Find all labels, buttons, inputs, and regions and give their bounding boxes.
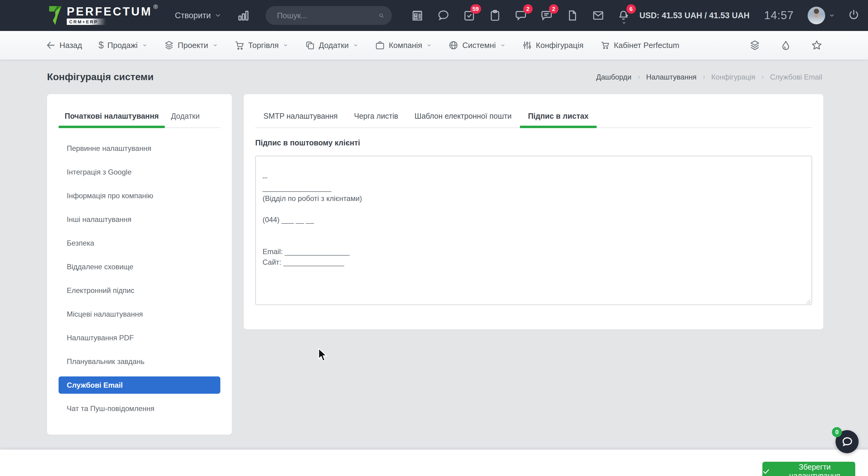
topbar: PERFECTUM ® CRM+ERP Створити bbox=[0, 0, 868, 31]
logout-icon[interactable] bbox=[848, 9, 860, 22]
sidebar-item-remote-storage[interactable]: Віддалене сховище bbox=[59, 255, 220, 279]
avatar[interactable] bbox=[808, 7, 825, 24]
support-chat-button[interactable]: 0 bbox=[836, 430, 859, 453]
search-icon[interactable] bbox=[379, 10, 384, 21]
sidebar-item-other-settings[interactable]: Інші налаштування bbox=[59, 208, 220, 231]
save-settings-button[interactable]: Зберегти налаштування bbox=[763, 462, 855, 476]
nav-item-addons[interactable]: Додатки bbox=[305, 40, 359, 50]
sidebar-item-digital-signature[interactable]: Електронний підпис bbox=[59, 279, 220, 302]
breadcrumb-item[interactable]: Дашборди bbox=[596, 72, 631, 81]
star-icon[interactable] bbox=[811, 39, 823, 51]
globe-icon bbox=[448, 40, 459, 50]
cart-icon bbox=[600, 40, 610, 50]
nav-item-projects[interactable]: Проекти bbox=[164, 40, 218, 50]
sidebar-item-security[interactable]: Безпека bbox=[59, 231, 220, 255]
search-input[interactable] bbox=[277, 11, 379, 20]
save-settings-label: Зберегти налаштування bbox=[774, 463, 855, 476]
breadcrumb-item: Службові Email bbox=[770, 72, 822, 81]
brand-logo[interactable]: PERFECTUM ® CRM+ERP bbox=[49, 5, 158, 26]
bar-chart-icon[interactable] bbox=[237, 8, 250, 23]
notifications-badge: 6 bbox=[626, 4, 636, 14]
sliders-icon bbox=[522, 40, 532, 50]
nav-item-cabinet[interactable]: Кабінет Perfectum bbox=[600, 40, 680, 50]
nav-label: Проекти bbox=[178, 41, 208, 50]
breadcrumb-item[interactable]: Конфігурація bbox=[711, 72, 755, 81]
news-icon[interactable] bbox=[411, 8, 425, 23]
sidebar-item-chat-push[interactable]: Чат та Пуш-повідомлення bbox=[59, 397, 220, 420]
chevron-down-icon bbox=[353, 41, 359, 50]
page-title: Конфігурація системи bbox=[47, 71, 154, 83]
tasks-icon[interactable]: 59 bbox=[462, 8, 476, 23]
check-icon bbox=[763, 468, 770, 475]
signature-section: Підпис в поштовому клієнті -- __________… bbox=[244, 128, 824, 305]
page-header: Конфігурація системи Дашборди › Налаштув… bbox=[0, 59, 868, 94]
feedback-badge: 2 bbox=[549, 4, 558, 14]
clipboard-icon[interactable] bbox=[488, 8, 502, 23]
create-label: Створити bbox=[175, 11, 211, 20]
module-navbar: Назад $ Продажі Проекти Торгівля Дод bbox=[0, 31, 868, 59]
nav-item-trade[interactable]: Торгівля bbox=[234, 40, 289, 50]
topbar-icon-row: 59 2 2 bbox=[411, 8, 631, 23]
tab-signature[interactable]: Підпис в листах bbox=[520, 112, 597, 127]
mail-icon[interactable] bbox=[591, 8, 605, 23]
tab-smtp-settings[interactable]: SMTP налаштування bbox=[255, 112, 346, 127]
tab-mail-queue[interactable]: Черга листів bbox=[346, 112, 406, 127]
flame-icon[interactable] bbox=[780, 39, 792, 51]
tasks-badge: 59 bbox=[470, 4, 481, 14]
breadcrumb-separator: › bbox=[703, 72, 705, 82]
sidebar-item-service-email[interactable]: Службові Email bbox=[59, 377, 220, 394]
breadcrumb-separator: › bbox=[762, 72, 764, 82]
mouse-cursor bbox=[316, 348, 329, 363]
signature-section-title: Підпис в поштовому клієнті bbox=[255, 139, 812, 147]
chevron-down-icon bbox=[142, 41, 148, 50]
save-bar: Зберегти налаштування bbox=[0, 450, 868, 476]
settings-sidebar: Початкові налаштування Додатки Первинне … bbox=[47, 94, 232, 435]
sidebar-item-pdf-settings[interactable]: Налаштування PDF bbox=[59, 326, 220, 350]
signature-textarea[interactable]: -- _________________ (Відділ по роботі з… bbox=[255, 156, 812, 305]
copy-icon bbox=[305, 40, 315, 50]
sidebar-item-local-settings[interactable]: Місцеві налаштування bbox=[59, 302, 220, 326]
nav-label: Кабінет Perfectum bbox=[614, 41, 680, 50]
nav-item-system[interactable]: Системні bbox=[448, 40, 505, 50]
currency-rate[interactable]: USD: 41.53 UAH / 41.53 UAH bbox=[640, 11, 750, 20]
chat-bubble-icon[interactable] bbox=[436, 8, 451, 23]
breadcrumb-separator: › bbox=[637, 72, 640, 82]
tab-email-template[interactable]: Шаблон електронної пошти bbox=[406, 112, 520, 127]
layers-icon[interactable] bbox=[749, 39, 761, 51]
comment-icon[interactable]: 2 bbox=[514, 8, 528, 23]
tab-addons[interactable]: Додатки bbox=[165, 112, 206, 127]
nav-item-configuration[interactable]: Конфігурація bbox=[522, 40, 584, 50]
sidebar-item-google-integration[interactable]: Інтеграція з Google bbox=[59, 160, 220, 184]
user-menu[interactable] bbox=[808, 7, 835, 24]
chevron-down-icon bbox=[426, 41, 432, 50]
nav-item-company[interactable]: Компанія bbox=[375, 40, 432, 50]
briefcase-icon bbox=[375, 40, 385, 50]
nav-label: Торгівля bbox=[248, 41, 279, 50]
rates-notification-icon[interactable]: 6 bbox=[617, 8, 631, 23]
breadcrumb-item[interactable]: Налаштування bbox=[646, 72, 696, 81]
registered-mark: ® bbox=[153, 4, 158, 10]
brand-name: PERFECTUM bbox=[67, 5, 152, 18]
chevron-down-icon bbox=[622, 20, 626, 26]
brand-tagline: CRM+ERP bbox=[67, 19, 106, 25]
create-button[interactable]: Створити bbox=[175, 11, 221, 20]
chevron-down-icon bbox=[829, 12, 835, 19]
document-icon[interactable] bbox=[565, 8, 579, 23]
sidebar-item-task-scheduler[interactable]: Планувальник завдань bbox=[59, 350, 220, 374]
back-button[interactable]: Назад bbox=[45, 40, 82, 50]
chat-bubble-icon bbox=[840, 435, 854, 448]
feedback-icon[interactable]: 2 bbox=[539, 8, 554, 23]
sidebar-item-initial-setup[interactable]: Первинне налаштування bbox=[59, 137, 220, 160]
clock: 14:57 bbox=[764, 9, 794, 22]
sidebar-item-company-info[interactable]: Інформація про компанію bbox=[59, 184, 220, 208]
tab-initial-settings[interactable]: Початкові налаштування bbox=[59, 112, 165, 127]
nav-label: Додатки bbox=[319, 41, 349, 50]
global-search bbox=[266, 6, 392, 25]
email-settings-tabs: SMTP налаштування Черга листів Шаблон ел… bbox=[255, 94, 812, 128]
dollar-icon: $ bbox=[99, 41, 104, 50]
chat-unread-badge: 0 bbox=[832, 427, 842, 437]
nav-item-sales[interactable]: $ Продажі bbox=[99, 41, 148, 50]
layers-icon bbox=[164, 40, 174, 50]
breadcrumb: Дашборди › Налаштування › Конфігурація ›… bbox=[596, 72, 822, 82]
chevron-down-icon bbox=[215, 12, 221, 19]
